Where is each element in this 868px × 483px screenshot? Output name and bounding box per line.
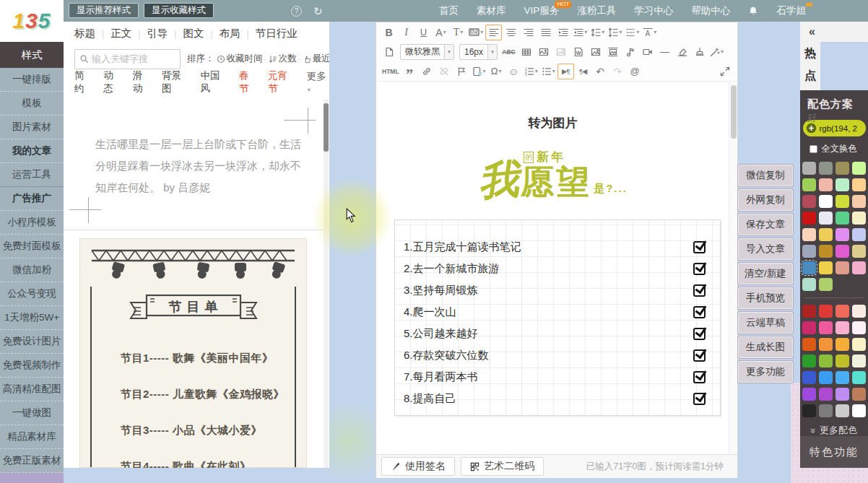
special-char-button[interactable]: Ω▾ bbox=[488, 64, 505, 79]
filter-tag[interactable]: 背景图 bbox=[162, 69, 190, 95]
checked-checkbox-icon[interactable] bbox=[693, 306, 706, 318]
color-swatch[interactable] bbox=[852, 245, 866, 258]
align-left-button[interactable] bbox=[485, 25, 502, 40]
style-panel-scrollbar[interactable] bbox=[324, 100, 329, 468]
style-preview-program[interactable]: 节目单 节目1----- 歌舞《美丽中国年》节目2----- 儿童歌舞《金鸡报晓… bbox=[79, 238, 307, 468]
indent-decrease-button[interactable]: ▾ bbox=[572, 25, 589, 40]
color-swatch[interactable] bbox=[836, 404, 849, 417]
sidebar-item[interactable]: 广告推广 bbox=[0, 187, 64, 211]
sidebar-item[interactable]: 1天增粉5W+ bbox=[0, 306, 64, 330]
search-box[interactable] bbox=[74, 49, 181, 69]
style-preview-quote[interactable]: 生活哪里是一层一层上台阶或下台阶，生活分明是踩着一块浮冰去另一块浮冰，却永不知岸… bbox=[95, 134, 306, 199]
sort-option[interactable]: 最近 bbox=[303, 53, 329, 65]
eraser-button[interactable] bbox=[674, 44, 690, 60]
color-swatch[interactable] bbox=[836, 162, 849, 175]
editor-content[interactable]: 转为图片 我 的 新年 愿望 是?... 1.五月完成十篇读书笔记2.去一个新城… bbox=[376, 82, 729, 454]
filter-tag[interactable]: 更多▾ bbox=[307, 70, 329, 94]
color-swatch[interactable] bbox=[836, 388, 849, 401]
text-style-button[interactable]: T▾ bbox=[450, 25, 466, 40]
style-tab[interactable]: 布局 bbox=[220, 27, 240, 40]
bold-button[interactable]: B bbox=[381, 25, 397, 40]
emoji-button[interactable]: ☺ bbox=[505, 64, 522, 79]
color-swatch[interactable] bbox=[852, 338, 866, 351]
color-swatch[interactable] bbox=[836, 321, 849, 334]
insert-video-button[interactable] bbox=[639, 44, 656, 60]
action-button[interactable]: 生成长图 bbox=[738, 336, 793, 358]
color-swatch[interactable] bbox=[836, 245, 849, 258]
username[interactable]: 石学姐 bbox=[776, 4, 806, 17]
format-painter-button[interactable] bbox=[691, 44, 708, 60]
logo-box[interactable]: 135 bbox=[0, 0, 64, 42]
chevron-down-icon[interactable]: ▾ bbox=[487, 45, 497, 59]
style-mode-button-0[interactable]: 显示推荐样式 bbox=[69, 3, 139, 18]
nav-item[interactable]: 首页 bbox=[439, 4, 459, 17]
color-swatch[interactable] bbox=[802, 354, 816, 367]
color-swatch[interactable] bbox=[819, 245, 833, 258]
nav-item[interactable]: VIP服务HOT bbox=[524, 4, 560, 17]
color-swatch[interactable] bbox=[819, 305, 833, 318]
checked-checkbox-icon[interactable] bbox=[693, 328, 706, 340]
insert-template-button[interactable]: ▾ bbox=[471, 64, 487, 79]
hot-tab[interactable]: 热点 bbox=[800, 42, 820, 91]
style-tab[interactable]: 节日行业 bbox=[256, 27, 298, 40]
word-spacing-button[interactable]: ▾ bbox=[624, 25, 641, 40]
style-tab[interactable]: 图文 bbox=[183, 27, 204, 40]
style-tab[interactable]: 标题 bbox=[74, 27, 95, 40]
filter-tag[interactable]: 滑动 bbox=[133, 69, 152, 95]
sort-option[interactable]: 次数 bbox=[269, 53, 297, 65]
color-swatch[interactable] bbox=[802, 404, 816, 417]
help-icon[interactable]: ? bbox=[291, 6, 302, 17]
one-key-format-button[interactable]: ▾ bbox=[708, 44, 725, 60]
color-swatch[interactable] bbox=[819, 261, 833, 274]
sidebar-item[interactable]: 样式 bbox=[0, 42, 64, 68]
action-button[interactable]: 导入文章 bbox=[738, 238, 793, 260]
filter-tag[interactable]: 春节 bbox=[239, 69, 258, 95]
color-swatch[interactable] bbox=[852, 305, 866, 318]
nav-item[interactable]: 学习中心 bbox=[634, 4, 673, 17]
background-color-button[interactable]: ab▾ bbox=[467, 25, 485, 40]
color-swatch[interactable] bbox=[819, 321, 833, 334]
filter-tag[interactable]: 简约 bbox=[74, 69, 93, 95]
text-case-button[interactable]: A▾ bbox=[641, 25, 658, 40]
color-swatch[interactable] bbox=[836, 261, 849, 274]
color-swatch[interactable] bbox=[802, 371, 816, 384]
color-swatch[interactable] bbox=[852, 388, 866, 401]
bell-icon[interactable] bbox=[748, 6, 758, 16]
action-button[interactable]: 微信复制 bbox=[738, 165, 793, 186]
unordered-list-button[interactable]: ▾ bbox=[540, 64, 557, 79]
refresh-icon[interactable]: ↻ bbox=[313, 6, 323, 17]
sidebar-item[interactable]: 一键排版 bbox=[0, 68, 64, 92]
color-swatch[interactable] bbox=[819, 212, 833, 225]
color-swatch[interactable] bbox=[852, 354, 866, 367]
color-swatch[interactable] bbox=[819, 354, 833, 367]
sidebar-item[interactable]: 精品素材库 bbox=[0, 425, 64, 449]
color-swatch[interactable] bbox=[802, 162, 816, 175]
color-swatch[interactable] bbox=[819, 162, 833, 175]
full-text-color-option[interactable]: 全文换色 bbox=[810, 143, 868, 155]
sidebar-item[interactable]: 微信加粉 bbox=[0, 258, 64, 282]
checked-checkbox-icon[interactable] bbox=[693, 241, 706, 253]
action-button[interactable]: 保存文章 bbox=[738, 214, 793, 235]
html-source-button[interactable]: HTML bbox=[381, 64, 401, 79]
filter-tag[interactable]: 动态 bbox=[103, 69, 122, 95]
ordered-list-button[interactable]: 123▾ bbox=[523, 64, 539, 79]
style-tab[interactable]: 引导 bbox=[147, 27, 168, 40]
color-swatch[interactable] bbox=[802, 245, 816, 258]
sidebar-item[interactable]: 公众号变现 bbox=[0, 282, 64, 306]
color-swatch[interactable] bbox=[802, 212, 816, 225]
sidebar-item[interactable]: 免费视频制作 bbox=[0, 354, 64, 378]
insert-music-button[interactable] bbox=[622, 44, 638, 60]
insert-link-button[interactable] bbox=[419, 64, 435, 79]
color-swatch[interactable] bbox=[852, 178, 866, 191]
undo-button[interactable]: ↶ bbox=[592, 64, 609, 79]
style-tab[interactable]: 正文 bbox=[110, 27, 131, 40]
sidebar-item[interactable]: 免费正版素材 bbox=[0, 449, 64, 473]
font-color-button[interactable]: A▾ bbox=[433, 25, 449, 40]
color-swatch[interactable] bbox=[852, 321, 866, 334]
align-center-button[interactable] bbox=[503, 25, 519, 40]
font-family-select[interactable]: 微软雅黑▾ bbox=[400, 44, 454, 60]
color-swatch[interactable] bbox=[819, 371, 833, 384]
blockquote-button[interactable]: ” bbox=[402, 64, 418, 79]
fullscreen-button[interactable] bbox=[716, 64, 733, 79]
sidebar-item[interactable]: 免费设计图片 bbox=[0, 330, 64, 354]
